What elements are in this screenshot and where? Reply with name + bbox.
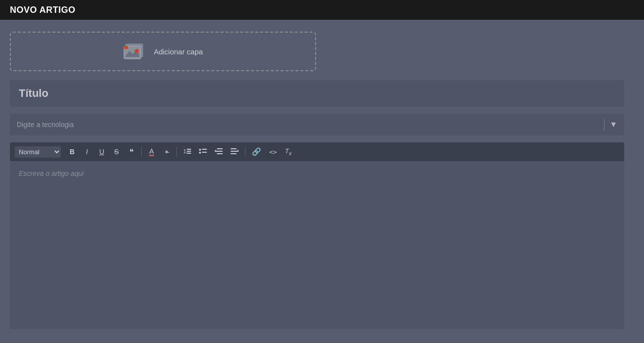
add-cover-button[interactable]: Adicionar capa (10, 32, 316, 71)
tech-divider (604, 119, 604, 130)
format-select[interactable]: Normal Heading 1 Heading 2 Heading 3 Blo… (15, 146, 61, 158)
code-button[interactable]: <> (266, 145, 280, 158)
toolbar-separator-3 (245, 147, 245, 157)
clear-format-icon: Tx (285, 147, 291, 156)
svg-rect-16 (231, 148, 237, 149)
clear-format-button[interactable]: Tx (282, 145, 295, 158)
svg-rect-5 (187, 149, 191, 150)
indent-increase-icon (231, 148, 239, 156)
unordered-list-icon (199, 148, 207, 156)
text-color-icon: A (149, 148, 154, 156)
tech-input[interactable] (17, 121, 604, 129)
underline-icon: U (99, 148, 104, 156)
italic-icon: I (86, 148, 88, 156)
indent-decrease-button[interactable] (212, 145, 226, 158)
editor-area[interactable]: Escreva o artigo aqui (10, 161, 624, 329)
add-cover-label: Adicionar capa (154, 47, 202, 56)
link-button[interactable]: 🔗 (249, 145, 264, 158)
page-title: NOVO ARTIGO (10, 5, 76, 15)
ordered-list-button[interactable]: 1. (180, 145, 194, 158)
strikethrough-button[interactable]: S (110, 145, 123, 158)
highlight-icon: ✦̶ (164, 148, 169, 156)
image-icon (123, 42, 147, 61)
svg-rect-7 (187, 153, 191, 154)
svg-rect-12 (217, 148, 223, 149)
link-icon: 🔗 (252, 147, 261, 156)
quote-icon: ❝ (129, 147, 134, 157)
title-area (10, 80, 624, 107)
editor-placeholder: Escreva o artigo aqui (19, 170, 84, 177)
bold-button[interactable]: B (66, 145, 79, 158)
code-icon: <> (269, 148, 277, 156)
indent-decrease-icon (215, 148, 223, 156)
svg-rect-3 (124, 46, 128, 49)
indent-increase-button[interactable] (228, 145, 242, 158)
svg-point-8 (199, 149, 201, 151)
tech-select-row: ▼ (10, 114, 624, 135)
text-color-button[interactable]: A (145, 145, 158, 158)
title-input[interactable] (19, 87, 615, 100)
main-content: Adicionar capa ▼ Normal Heading 1 Headin… (0, 20, 644, 343)
chevron-down-icon[interactable]: ▼ (609, 120, 617, 129)
svg-point-2 (135, 49, 139, 53)
top-bar: NOVO ARTIGO (0, 0, 644, 20)
svg-rect-11 (202, 152, 207, 153)
quote-button[interactable]: ❝ (125, 145, 138, 158)
highlight-button[interactable]: ✦̶ (160, 145, 173, 158)
italic-button[interactable]: I (80, 145, 93, 158)
svg-point-9 (199, 152, 201, 154)
editor-toolbar: Normal Heading 1 Heading 2 Heading 3 Blo… (10, 142, 624, 161)
underline-button[interactable]: U (95, 145, 108, 158)
svg-rect-6 (187, 151, 191, 152)
toolbar-separator-1 (141, 147, 142, 157)
bold-icon: B (70, 148, 75, 156)
toolbar-separator-2 (176, 147, 177, 157)
strikethrough-icon: S (114, 148, 119, 156)
svg-rect-18 (231, 153, 237, 154)
unordered-list-button[interactable] (196, 145, 210, 158)
svg-rect-14 (217, 153, 223, 154)
svg-rect-10 (202, 149, 207, 150)
ordered-list-icon: 1. (183, 148, 191, 156)
